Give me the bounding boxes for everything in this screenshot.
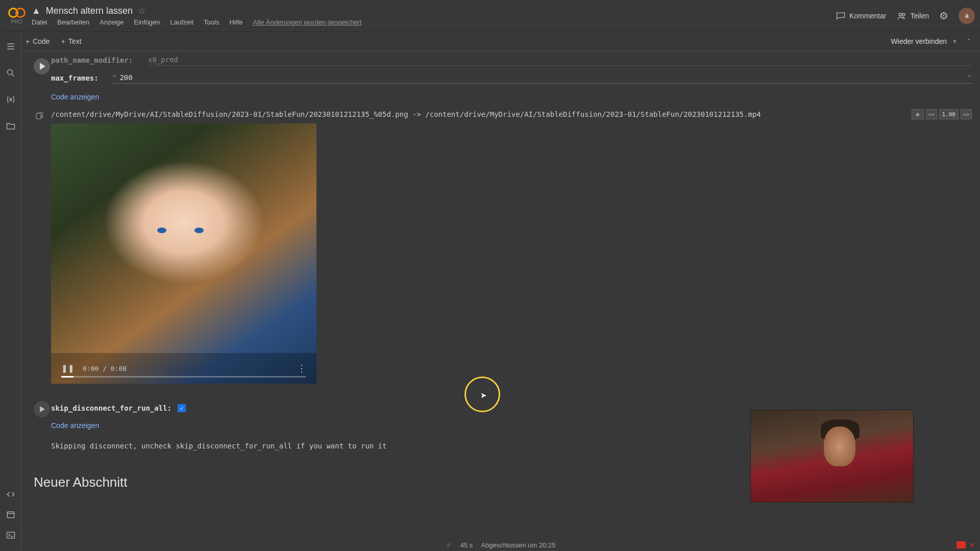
menu-tools[interactable]: Tools: [204, 18, 219, 26]
notebook-title[interactable]: Mensch altern lassen: [46, 6, 133, 16]
status-close-icon[interactable]: ✕: [969, 541, 975, 549]
app-header: PRO ▲ Mensch altern lassen ☆ Datei Bearb…: [0, 0, 980, 32]
code-snippets-icon[interactable]: [5, 489, 16, 500]
files-icon[interactable]: [5, 120, 16, 132]
settings-icon[interactable]: ⚙: [939, 10, 948, 22]
search-icon[interactable]: [5, 67, 16, 79]
autosave-status[interactable]: Alle Änderungen wurden gespeichert: [253, 18, 361, 26]
share-button[interactable]: Teilen: [896, 11, 929, 21]
drive-icon: ▲: [32, 6, 41, 16]
output-cell: ⚙ << 1.00 >> /content/drive/MyDrive/AI/S…: [30, 110, 972, 384]
menu-runtime[interactable]: Laufzeit: [170, 18, 194, 26]
pro-badge: PRO: [11, 19, 22, 24]
skip-disconnect-checkbox[interactable]: ✓: [178, 404, 186, 412]
user-avatar[interactable]: a: [959, 8, 975, 24]
share-icon: [896, 11, 906, 21]
svg-point-0: [899, 13, 901, 16]
status-bar: ✓ 45 s Abgeschlossen um 20:25 ✕: [21, 539, 980, 551]
reconnect-button[interactable]: Wieder verbinden ▼: [891, 37, 958, 45]
form-cell: path_name_modifier: x0_pred max_frames: …: [30, 51, 972, 107]
run-cell-button[interactable]: [34, 58, 50, 74]
max-frames-label: max_frames:: [51, 74, 112, 82]
svg-rect-3: [7, 512, 14, 518]
add-code-button[interactable]: +Code: [26, 37, 50, 45]
skip-disconnect-label: skip_disconnect_for_run_all:: [51, 404, 172, 412]
path-modifier-input[interactable]: x0_pred: [148, 54, 972, 66]
comment-button[interactable]: Kommentar: [836, 11, 886, 21]
reconnect-dropdown-icon[interactable]: ▼: [952, 38, 958, 44]
command-palette-icon[interactable]: [5, 509, 16, 520]
status-completed: Abgeschlossen um 20:25: [481, 541, 555, 549]
star-icon[interactable]: ☆: [138, 5, 146, 16]
terminal-icon[interactable]: [5, 530, 16, 541]
zoom-level: 1.00: [939, 109, 959, 119]
show-code-link-2[interactable]: Code anzeigen: [51, 421, 99, 430]
menu-view[interactable]: Anzeige: [100, 18, 124, 26]
collapse-toolbar-icon[interactable]: ⌃: [966, 37, 972, 45]
zoom-in-button[interactable]: >>: [961, 109, 972, 119]
status-error-badge[interactable]: [957, 541, 966, 548]
zoom-out-button[interactable]: <<: [926, 109, 937, 119]
output-gutter-icon[interactable]: [34, 110, 45, 121]
colab-logo[interactable]: PRO: [8, 7, 26, 24]
video-time: 0:00 / 0:08: [83, 365, 127, 372]
pause-icon[interactable]: ❚❚: [61, 364, 75, 373]
video-progress[interactable]: [61, 376, 306, 378]
svg-point-1: [902, 13, 905, 16]
output-settings-icon[interactable]: ⚙: [912, 109, 924, 119]
svg-rect-4: [7, 532, 14, 538]
video-output[interactable]: ❚❚ 0:00 / 0:08 ⋮: [51, 123, 316, 384]
video-controls: ❚❚ 0:00 / 0:08 ⋮: [51, 353, 316, 384]
svg-point-2: [7, 69, 12, 74]
menu-edit[interactable]: Bearbeiten: [57, 18, 89, 26]
path-modifier-label: path_name_modifier:: [51, 56, 148, 64]
variables-icon[interactable]: [5, 94, 16, 105]
show-code-link[interactable]: Code anzeigen: [51, 93, 99, 101]
left-sidebar: [0, 32, 21, 551]
menu-file[interactable]: Datei: [32, 18, 47, 26]
output-zoom-controls: ⚙ << 1.00 >>: [912, 109, 972, 119]
status-duration: 45 s: [460, 541, 473, 549]
menu-insert[interactable]: Einfügen: [134, 18, 160, 26]
video-menu-icon[interactable]: ⋮: [297, 363, 306, 374]
comment-icon: [836, 11, 846, 21]
webcam-overlay: [750, 410, 914, 503]
toc-icon[interactable]: [5, 41, 16, 52]
max-frames-input[interactable]: "200": [112, 72, 972, 84]
output-path-text: /content/drive/MyDrive/AI/StableDiffusio…: [51, 110, 972, 118]
menu-help[interactable]: Hilfe: [229, 18, 242, 26]
status-check-icon: ✓: [446, 541, 452, 549]
add-text-button[interactable]: +Text: [61, 37, 82, 45]
notebook-toolbar: +Code +Text Wieder verbinden ▼ ⌃: [0, 32, 980, 51]
svg-rect-5: [36, 114, 41, 119]
menu-bar: Datei Bearbeiten Anzeige Einfügen Laufze…: [32, 18, 836, 26]
run-cell-button-2[interactable]: [34, 401, 50, 417]
